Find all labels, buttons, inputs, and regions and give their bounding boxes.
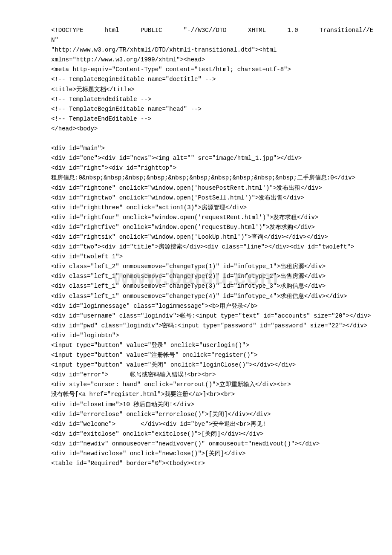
code-content: <!DOCTYPE html PUBLIC "-//W3C//DTD XHTML… xyxy=(51,26,375,468)
